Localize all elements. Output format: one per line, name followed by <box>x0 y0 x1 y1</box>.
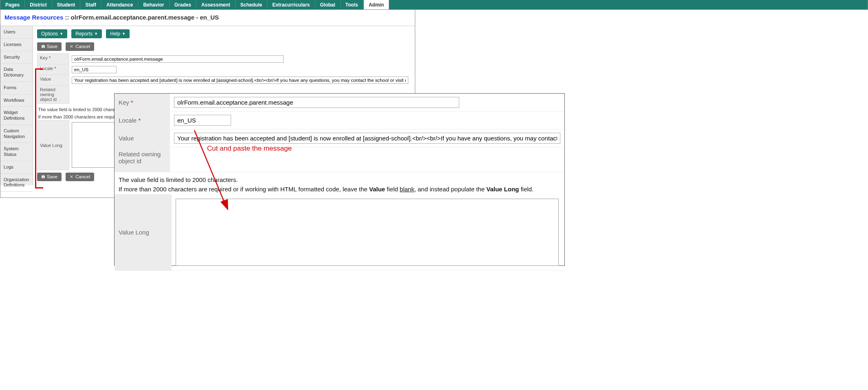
zoom-value-long-label: Value Long <box>115 194 172 198</box>
topnav-tab-extracurriculars[interactable]: Extracurriculars <box>267 0 315 9</box>
topnav-tab-district[interactable]: District <box>25 0 52 9</box>
cancel-label: Cancel <box>75 44 90 49</box>
zoom-key-input[interactable] <box>174 97 459 108</box>
help-label: Help <box>110 31 120 37</box>
zoom-locale-label: Locale * <box>115 112 170 129</box>
sidenav-item-system-status[interactable]: System Status <box>0 143 33 161</box>
sidenav-item-security[interactable]: Security <box>0 51 33 64</box>
zoom-value-label: Value <box>115 129 170 147</box>
key-input[interactable] <box>72 55 284 63</box>
topnav-tab-attendance[interactable]: Attendance <box>101 0 138 9</box>
close-icon <box>70 175 74 179</box>
zoom-key-label: Key * <box>115 94 170 112</box>
options-button[interactable]: Options ▼ <box>37 29 67 38</box>
close-icon <box>70 44 74 48</box>
key-label: Key * <box>37 54 69 64</box>
topnav-tab-global[interactable]: Global <box>315 0 340 9</box>
annotation-arrow <box>191 130 236 198</box>
reports-label: Reports <box>75 31 93 37</box>
reports-button[interactable]: Reports ▼ <box>71 29 102 38</box>
cancel-button[interactable]: Cancel <box>66 173 94 181</box>
sidenav-item-organization-definitions[interactable]: Organization Definitions <box>0 174 33 192</box>
topnav-tab-student[interactable]: Student <box>52 0 81 9</box>
topnav-tab-assessment[interactable]: Assessment <box>196 0 236 9</box>
topnav-tab-schedule[interactable]: Schedule <box>236 0 267 9</box>
topnav-tab-behavior[interactable]: Behavior <box>138 0 169 9</box>
sidenav-item-custom-navigation[interactable]: Custom Navigation <box>0 125 33 143</box>
save-label: Save <box>47 44 57 49</box>
cancel-button[interactable]: Cancel <box>66 42 94 51</box>
svg-line-0 <box>194 130 226 198</box>
help-button[interactable]: Help ▼ <box>106 29 130 38</box>
zoom-form-table: Key * Locale * Value Related owning obje… <box>115 94 564 172</box>
save-label: Save <box>47 174 57 179</box>
topnav-tab-grades[interactable]: Grades <box>170 0 196 9</box>
sidenav-item-widget-definitions[interactable]: Widget Definitions <box>0 107 33 125</box>
side-nav: UsersLicensesSecurityData DictionaryForm… <box>0 26 33 185</box>
zoom-related-label: Related owning object id <box>115 147 170 172</box>
zoom-locale-input[interactable] <box>174 115 231 126</box>
locale-input[interactable] <box>72 66 117 73</box>
topnav-tab-tools[interactable]: Tools <box>341 0 364 9</box>
top-nav: PagesDistrictStudentStaffAttendanceBehav… <box>0 0 868 10</box>
topnav-tab-staff[interactable]: Staff <box>80 0 101 9</box>
toolbar: Options ▼ Reports ▼ Help ▼ <box>37 29 411 38</box>
zoom-overlay: Key * Locale * Value Related owning obje… <box>114 93 565 198</box>
chevron-down-icon: ▼ <box>59 32 63 36</box>
sidenav-item-workflows[interactable]: Workflows <box>0 94 33 107</box>
save-button[interactable]: Save <box>37 42 62 51</box>
action-row-top: Save Cancel <box>37 42 411 51</box>
breadcrumb: Message Resources :: olrForm.email.accep… <box>0 10 415 26</box>
breadcrumb-sep: :: <box>65 14 70 21</box>
options-label: Options <box>41 31 58 37</box>
value-input[interactable] <box>72 77 408 84</box>
zoom-hint-2: If more than 2000 characters are require… <box>115 185 564 194</box>
breadcrumb-root-link[interactable]: Message Resources <box>4 14 63 21</box>
zoom-hint-1: The value field is limited to 2000 chara… <box>115 172 564 185</box>
zoom-value-long-row: Value Long <box>115 194 564 198</box>
topnav-tab-admin[interactable]: Admin <box>364 0 389 9</box>
sidenav-item-licenses[interactable]: Licenses <box>0 39 33 51</box>
chevron-down-icon: ▼ <box>122 32 126 36</box>
topnav-tab-pages[interactable]: Pages <box>0 0 25 9</box>
chevron-down-icon: ▼ <box>94 32 98 36</box>
sidenav-item-logs[interactable]: Logs <box>0 161 33 174</box>
sidenav-item-forms[interactable]: Forms <box>0 82 33 94</box>
sidenav-item-data-dictionary[interactable]: Data Dictionary <box>0 64 33 82</box>
breadcrumb-current: olrForm.email.acceptance.parent.message … <box>71 14 219 21</box>
save-icon <box>41 44 45 48</box>
sidenav-item-users[interactable]: Users <box>0 26 33 39</box>
cancel-label: Cancel <box>75 174 90 179</box>
annotation-bracket <box>35 68 43 188</box>
